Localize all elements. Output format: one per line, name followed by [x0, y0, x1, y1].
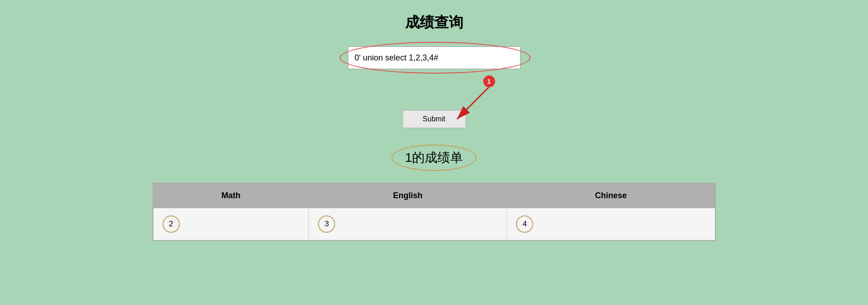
result-section: 1的成绩单 Math English Chinese 2 3: [0, 146, 868, 241]
cell-chinese: 4: [507, 208, 715, 241]
result-title: 1的成绩单: [396, 146, 472, 169]
col-english: English: [309, 183, 507, 208]
form-section: 1 Submit: [0, 46, 868, 128]
table-row: 2 3 4: [153, 208, 715, 241]
math-value-ellipse: 2: [163, 215, 180, 233]
col-chinese: Chinese: [507, 183, 715, 208]
table-body: 2 3 4: [153, 208, 715, 241]
english-value-ellipse: 3: [318, 215, 335, 233]
table-header-row: Math English Chinese: [153, 183, 715, 208]
page-title: 成绩查询: [0, 0, 868, 33]
table-wrapper: Math English Chinese 2 3 4: [153, 183, 716, 241]
chinese-value-ellipse: 4: [516, 215, 533, 233]
result-title-wrapper: 1的成绩单: [396, 146, 472, 169]
cell-english: 3: [309, 208, 507, 241]
search-input[interactable]: [348, 46, 521, 69]
arrow-annotation: [452, 74, 552, 155]
cell-math: 2: [153, 208, 309, 241]
annotation-badge: 1: [483, 75, 495, 87]
table-header: Math English Chinese: [153, 183, 715, 208]
scores-table: Math English Chinese 2 3 4: [153, 183, 716, 241]
svg-line-1: [457, 87, 489, 119]
col-math: Math: [153, 183, 309, 208]
input-wrapper: [348, 46, 521, 69]
